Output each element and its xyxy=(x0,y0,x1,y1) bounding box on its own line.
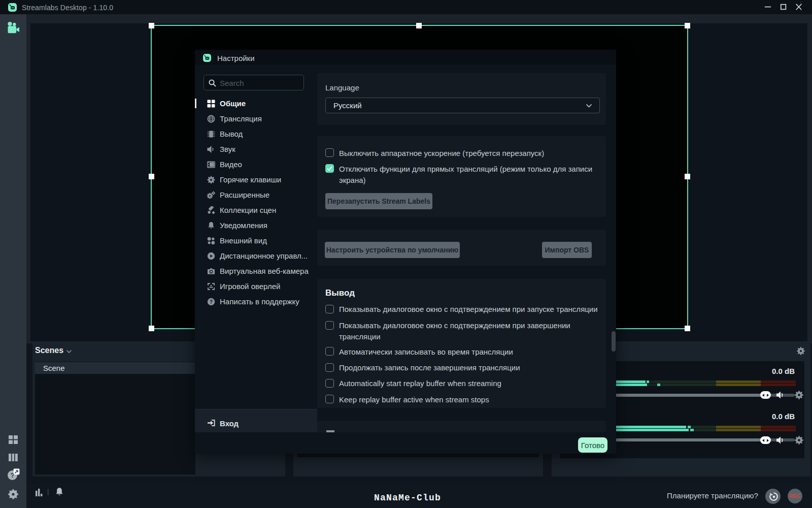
svg-text:?: ? xyxy=(210,299,213,305)
